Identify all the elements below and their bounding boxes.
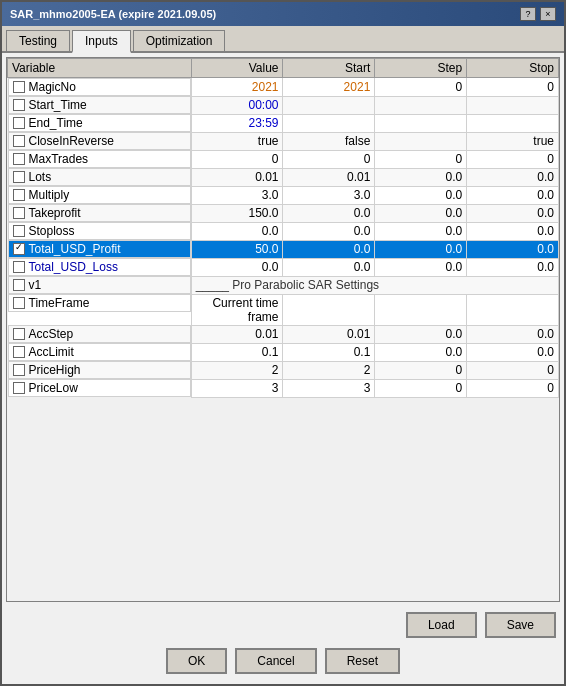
row-start: 3.0 — [283, 186, 375, 204]
row-start: 0.01 — [283, 168, 375, 186]
row-variable-name: CloseInReverse — [29, 134, 114, 148]
row-checkbox-cell: MaxTrades — [8, 150, 191, 168]
row-start — [283, 294, 375, 325]
row-checkbox[interactable] — [13, 135, 25, 147]
row-stop: 0 — [467, 361, 559, 379]
row-checkbox[interactable] — [13, 117, 25, 129]
table-row[interactable]: PriceLow3300 — [8, 379, 559, 397]
row-value: 0.01 — [191, 325, 283, 343]
row-step — [375, 96, 467, 114]
load-save-row: Load Save — [10, 612, 556, 638]
ok-button[interactable]: OK — [166, 648, 227, 674]
row-stop: 0.0 — [467, 343, 559, 361]
row-checkbox-cell: Total_USD_Profit — [8, 240, 191, 258]
load-button[interactable]: Load — [406, 612, 477, 638]
row-checkbox-cell: Start_Time — [8, 96, 191, 114]
reset-button[interactable]: Reset — [325, 648, 400, 674]
row-checkbox[interactable] — [13, 81, 25, 93]
table-row[interactable]: Start_Time00:00 — [8, 96, 559, 114]
row-stop: 0.0 — [467, 186, 559, 204]
table-row[interactable]: Total_USD_Profit50.00.00.00.0 — [8, 240, 559, 258]
table-row[interactable]: Multiply3.03.00.00.0 — [8, 186, 559, 204]
row-stop: 0 — [467, 150, 559, 168]
row-checkbox[interactable] — [13, 243, 25, 255]
table-row[interactable]: PriceHigh2200 — [8, 361, 559, 379]
table-row[interactable]: AccLimit0.10.10.00.0 — [8, 343, 559, 361]
row-stop: 0 — [467, 379, 559, 397]
table-row[interactable]: Takeprofit150.00.00.00.0 — [8, 204, 559, 222]
row-start: false — [283, 132, 375, 150]
row-variable-name: TimeFrame — [29, 296, 90, 310]
row-checkbox-cell: AccLimit — [8, 343, 191, 361]
row-checkbox-cell: CloseInReverse — [8, 132, 191, 150]
tab-testing[interactable]: Testing — [6, 30, 70, 51]
row-checkbox[interactable] — [13, 346, 25, 358]
row-step: 0.0 — [375, 343, 467, 361]
table-row[interactable]: Stoploss0.00.00.00.0 — [8, 222, 559, 240]
row-variable-name: v1 — [29, 278, 42, 292]
row-start: 3 — [283, 379, 375, 397]
row-start: 0.0 — [283, 240, 375, 258]
cancel-button[interactable]: Cancel — [235, 648, 316, 674]
row-checkbox[interactable] — [13, 297, 25, 309]
parameters-table-container: Variable Value Start Step Stop MagicNo20… — [6, 57, 560, 602]
row-variable-name: Total_USD_Loss — [29, 260, 118, 274]
row-variable-name: Stoploss — [29, 224, 75, 238]
table-row[interactable]: MaxTrades0000 — [8, 150, 559, 168]
row-step — [375, 294, 467, 325]
help-button[interactable]: ? — [520, 7, 536, 21]
row-step: 0.0 — [375, 240, 467, 258]
row-stop: 0 — [467, 78, 559, 97]
row-variable-name: PriceHigh — [29, 363, 81, 377]
tab-inputs[interactable]: Inputs — [72, 30, 131, 53]
table-row[interactable]: MagicNo2021202100 — [8, 78, 559, 97]
parameters-table: Variable Value Start Step Stop MagicNo20… — [7, 58, 559, 398]
row-variable-name: MagicNo — [29, 80, 76, 94]
row-step — [375, 114, 467, 132]
row-checkbox[interactable] — [13, 225, 25, 237]
row-checkbox[interactable] — [13, 364, 25, 376]
row-variable-name: Takeprofit — [29, 206, 81, 220]
col-header-variable: Variable — [8, 59, 192, 78]
row-value: 00:00 — [191, 96, 283, 114]
table-row[interactable]: Total_USD_Loss0.00.00.00.0 — [8, 258, 559, 276]
row-stop — [467, 114, 559, 132]
row-checkbox[interactable] — [13, 99, 25, 111]
row-checkbox-cell: MagicNo — [8, 78, 191, 96]
table-row[interactable]: CloseInReversetruefalsetrue — [8, 132, 559, 150]
close-button[interactable]: × — [540, 7, 556, 21]
table-row[interactable]: v1_____ Pro Parabolic SAR Settings — [8, 276, 559, 294]
row-start: 0.0 — [283, 204, 375, 222]
row-start: 0.0 — [283, 258, 375, 276]
table-row[interactable]: TimeFrameCurrent time frame — [8, 294, 559, 325]
tab-optimization[interactable]: Optimization — [133, 30, 226, 51]
dialog-button-row: OK Cancel Reset — [10, 644, 556, 678]
row-step: 0.0 — [375, 258, 467, 276]
row-checkbox[interactable] — [13, 328, 25, 340]
row-checkbox[interactable] — [13, 189, 25, 201]
row-variable-name: PriceLow — [29, 381, 78, 395]
row-value: 50.0 — [191, 240, 283, 258]
row-checkbox[interactable] — [13, 153, 25, 165]
row-value: 0 — [191, 150, 283, 168]
row-checkbox[interactable] — [13, 279, 25, 291]
row-start: 0.01 — [283, 325, 375, 343]
row-checkbox-cell: Multiply — [8, 186, 191, 204]
row-variable-name: Start_Time — [29, 98, 87, 112]
row-stop: 0.0 — [467, 168, 559, 186]
save-button[interactable]: Save — [485, 612, 556, 638]
row-step: 0.0 — [375, 168, 467, 186]
table-row[interactable]: AccStep0.010.010.00.0 — [8, 325, 559, 343]
row-value: 0.0 — [191, 258, 283, 276]
row-value: 2 — [191, 361, 283, 379]
row-checkbox[interactable] — [13, 382, 25, 394]
row-stop — [467, 96, 559, 114]
row-checkbox[interactable] — [13, 261, 25, 273]
row-checkbox[interactable] — [13, 207, 25, 219]
row-start — [283, 114, 375, 132]
table-row[interactable]: Lots0.010.010.00.0 — [8, 168, 559, 186]
row-checkbox[interactable] — [13, 171, 25, 183]
row-step: 0.0 — [375, 222, 467, 240]
table-row[interactable]: End_Time23:59 — [8, 114, 559, 132]
row-start: 2 — [283, 361, 375, 379]
